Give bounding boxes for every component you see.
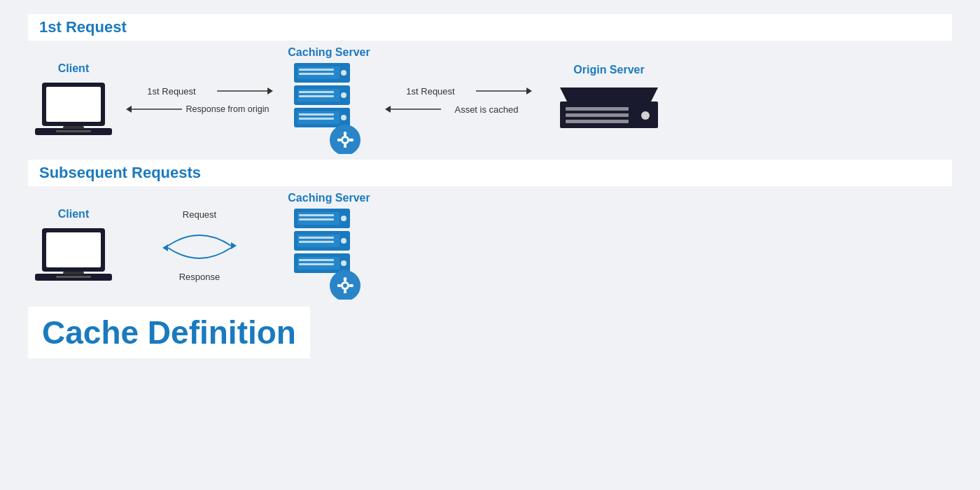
svg-rect-69 [344,290,346,293]
svg-marker-37 [560,88,658,102]
svg-marker-49 [162,244,168,251]
cache-definition-label: Cache Definition [28,307,310,358]
subsequent-label: Subsequent Requests [28,160,952,186]
client-laptop-icon [35,79,112,139]
first-request-arrows-right: 1st Request Asset is cached [385,85,532,115]
svg-point-26 [343,138,347,142]
svg-point-42 [641,111,650,120]
svg-rect-22 [299,118,334,120]
right-arrow-2-icon [476,85,532,97]
svg-rect-53 [299,218,334,220]
caching-server-icon-2 [290,209,368,300]
arrow-1st-request: 1st Request [126,85,273,97]
client-laptop-icon-2 [35,225,112,284]
svg-rect-52 [299,214,334,216]
client-block: Client [28,62,119,139]
svg-rect-39 [566,107,629,111]
svg-point-18 [341,92,346,98]
svg-marker-6 [267,88,273,94]
svg-marker-48 [231,242,237,249]
svg-rect-57 [299,237,334,239]
svg-rect-17 [299,95,334,97]
svg-rect-63 [299,263,334,265]
subsequent-row: Client Request [28,192,952,300]
client-label-2: Client [58,208,89,220]
caching-server-block: Caching Server [280,46,378,154]
svg-marker-8 [126,106,132,113]
client-label: Client [58,62,89,75]
arrow-response-origin: Response from origin [126,103,273,115]
svg-point-67 [343,284,347,288]
right-arrow-icon [217,85,273,97]
first-request-row: Client 1st Re [28,46,952,154]
caching-server-icon [290,63,368,154]
svg-marker-34 [526,88,532,94]
subsequent-section: Subsequent Requests Client Request [28,160,952,300]
circular-arrows-icon [158,221,241,270]
svg-rect-21 [299,113,334,115]
svg-rect-47 [56,276,91,278]
svg-rect-3 [63,126,84,129]
svg-rect-4 [56,130,91,132]
svg-rect-41 [566,120,629,123]
svg-rect-16 [299,91,334,93]
origin-server-icon [560,80,658,136]
first-request-section: 1st Request Client [28,14,952,154]
request-label: Request [183,209,216,220]
svg-rect-11 [299,69,334,71]
arrow-1st-request-origin: 1st Request [385,85,532,97]
caching-server-block-2: Caching Server [280,192,378,300]
arrow4-label: Asset is cached [441,104,532,115]
client-block-2: Client [28,208,119,284]
main-container: 1st Request Client [0,0,980,490]
svg-rect-40 [566,113,629,117]
subsequent-arrows: Request Response [126,209,273,282]
svg-point-23 [341,115,346,120]
origin-server-block: Origin Server [553,64,665,136]
svg-rect-62 [299,259,334,261]
svg-rect-12 [299,73,334,75]
arrow-asset-cached: Asset is cached [385,103,532,115]
left-arrow-2-icon [385,103,441,115]
svg-rect-58 [299,241,334,243]
first-request-label: 1st Request [28,14,952,41]
caching-server-label: Caching Server [288,46,370,59]
arrow1-label: 1st Request [126,86,217,97]
left-arrow-icon [126,103,182,115]
svg-rect-44 [46,232,101,267]
svg-rect-28 [344,144,346,148]
svg-rect-1 [46,87,101,122]
arrow3-label: 1st Request [385,86,476,97]
svg-marker-36 [385,106,391,113]
svg-rect-46 [63,272,84,274]
svg-point-64 [341,260,346,266]
svg-rect-70 [337,284,341,287]
svg-point-54 [341,216,346,221]
caching-server-label-2: Caching Server [288,192,370,204]
cache-definition-section: Cache Definition [28,307,952,358]
response-label: Response [179,272,220,282]
svg-point-13 [341,70,346,76]
origin-server-label: Origin Server [573,64,644,76]
svg-point-59 [341,238,346,244]
arrow2-label: Response from origin [182,104,273,114]
first-request-arrows-left: 1st Request Response from origin [126,85,273,115]
svg-rect-29 [337,139,341,141]
